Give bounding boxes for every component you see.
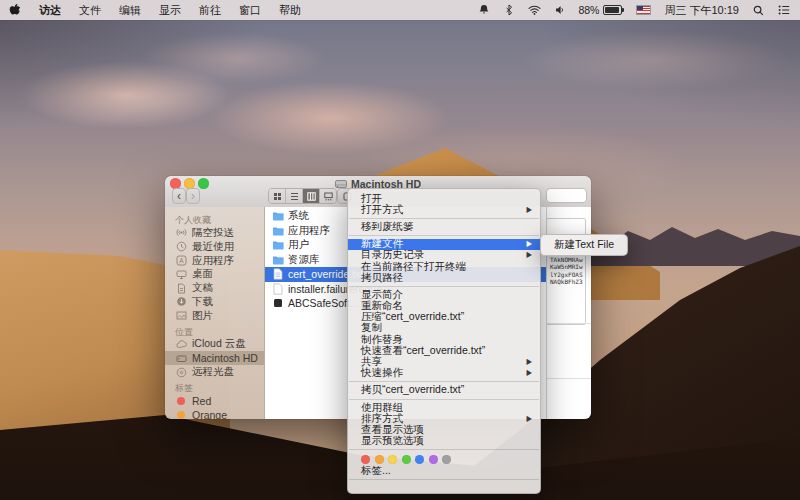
input-source-status-item[interactable] [630,0,657,20]
folder-icon [271,240,284,250]
bluetooth-icon [504,4,514,16]
tag-yellow[interactable] [388,455,397,464]
folder-icon [271,226,284,236]
view-switcher [268,188,337,204]
search-input[interactable] [546,188,587,203]
menu-bar-clock: 周三 下午10:19 [664,3,739,18]
us-flag-icon [637,6,650,14]
sidebar-item-remote-disc[interactable]: 远程光盘 [165,365,264,379]
document-icon [271,283,284,295]
red-tag-icon [175,397,187,405]
submenu-arrow-icon: ▶ [527,369,532,378]
clock-status-item[interactable]: 周三 下午10:19 [657,0,746,20]
menu-separator [349,218,539,219]
downloads-icon [175,296,187,307]
submenu-arrow-icon: ▶ [527,251,532,260]
app-menu-view[interactable]: 显示 [150,0,190,20]
list-view-button[interactable] [286,189,303,203]
sidebar-item-macintosh-hd[interactable]: Macintosh HD [165,351,264,365]
documents-icon [175,283,187,294]
back-button[interactable]: ‹ [172,188,186,204]
app-file-icon [271,299,284,307]
context-menu: 打开 打开方式▶ 移到废纸篓 新建文件▶ 目录历史记录▶ 在当前路径下打开终端 … [347,188,541,494]
gallery-view-button[interactable] [320,189,336,203]
menu-item-tags[interactable]: 标签... [348,466,540,477]
menu-item-move-to-trash[interactable]: 移到废纸篓 [348,221,540,232]
sidebar-item-documents[interactable]: 文稿 [165,281,264,295]
menu-item-quick-actions[interactable]: 快速操作▶ [348,368,540,379]
sidebar-item-airdrop[interactable]: 隔空投送 [165,226,264,240]
submenu-arrow-icon: ▶ [527,357,532,366]
notification-center-icon [778,5,790,15]
tag-green[interactable] [402,455,411,464]
tag-gray[interactable] [442,455,451,464]
battery-icon [603,5,622,15]
sidebar-item-pictures[interactable]: 图片 [165,309,264,323]
sidebar-item-downloads[interactable]: 下载 [165,295,264,309]
pictures-icon [175,310,187,321]
remote-disc-icon [175,367,187,378]
menu-separator [349,449,539,450]
menu-separator [349,286,539,287]
volume-status-item[interactable] [548,0,571,20]
battery-status-item[interactable]: 88% [571,0,630,20]
preview-divider [547,323,591,324]
folder-icon [271,211,284,221]
menu-item-copy[interactable]: 拷贝“cert_override.txt” [348,385,540,396]
icloud-icon [175,339,187,350]
hard-disk-icon [175,353,187,364]
search-icon [753,5,764,16]
sidebar-item-desktop[interactable]: 桌面 [165,267,264,281]
submenu-item-new-text-file[interactable]: 新建Text File [541,239,627,250]
battery-percent-label: 88% [578,4,599,16]
menu-item-open-with[interactable]: 打开方式▶ [348,204,540,215]
menu-separator [349,381,539,382]
sidebar-item-tag-orange[interactable]: Orange [165,408,264,419]
speaker-icon [555,5,564,15]
app-menu-window[interactable]: 窗口 [230,0,270,20]
app-menu-finder[interactable]: 访达 [30,0,70,20]
bluetooth-status-item[interactable] [497,0,521,20]
sidebar-item-applications[interactable]: A 应用程序 [165,254,264,268]
desktop-icon [175,269,187,280]
tag-blue[interactable] [415,455,424,464]
notification-status-item[interactable] [471,0,497,20]
bell-icon [478,4,490,16]
menu-separator [349,399,539,400]
folder-icon [271,255,284,265]
apple-icon [9,3,21,17]
sidebar-section-locations: 位置 [165,326,264,338]
forward-button[interactable]: › [186,188,200,204]
text-document-icon [271,268,284,280]
spotlight-status-item[interactable] [746,0,771,20]
wifi-status-item[interactable] [521,0,548,20]
orange-tag-icon [175,411,187,419]
app-menu-help[interactable]: 帮助 [270,0,310,20]
tag-purple[interactable] [429,455,438,464]
app-menu-go[interactable]: 前往 [190,0,230,20]
menu-item-show-preview-options[interactable]: 显示预览选项 [348,436,540,447]
apple-menu[interactable] [0,0,30,20]
menu-item-copy-path[interactable]: 拷贝路径 [348,272,540,283]
airdrop-icon [175,227,187,238]
tag-red[interactable] [361,455,370,464]
column-view-button[interactable] [303,189,320,203]
tag-orange[interactable] [375,455,384,464]
submenu-arrow-icon: ▶ [527,205,532,214]
icon-view-button[interactable] [269,189,286,203]
menu-separator [349,235,539,236]
applications-icon: A [175,255,187,266]
sidebar-section-favorites: 个人收藏 [165,214,264,226]
wifi-icon [528,5,541,15]
preview-divider [547,378,591,379]
app-menu-file[interactable]: 文件 [70,0,110,20]
app-menu-edit[interactable]: 编辑 [110,0,150,20]
menu-bar: 访达 文件 编辑 显示 前往 窗口 帮助 88% 周三 下午10:19 [0,0,800,20]
svg-text:A: A [179,257,184,264]
sidebar-item-tag-red[interactable]: Red [165,394,264,408]
submenu-arrow-icon: ▶ [527,414,532,423]
notification-center-status-item[interactable] [771,0,800,20]
submenu-arrow-icon: ▶ [527,240,532,249]
sidebar-item-icloud[interactable]: iCloud 云盘 [165,338,264,352]
sidebar-item-recents[interactable]: 最近使用 [165,240,264,254]
